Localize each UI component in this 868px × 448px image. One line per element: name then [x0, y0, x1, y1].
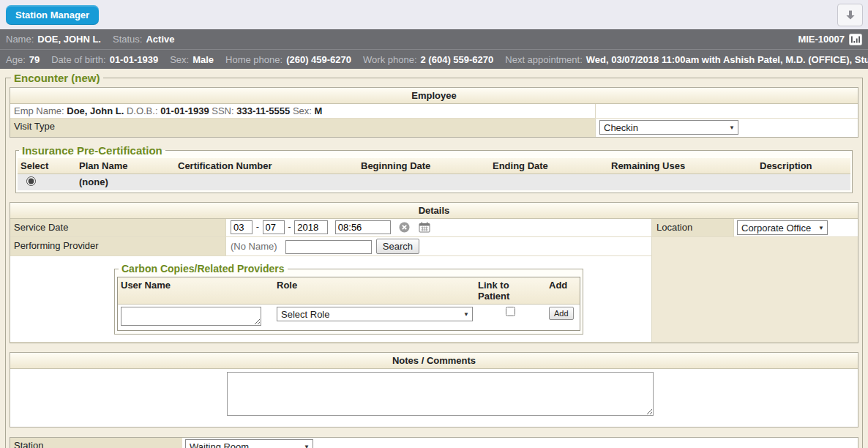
- dob-label: Date of birth:: [51, 54, 105, 65]
- app-top-bar: Station Manager: [0, 0, 868, 29]
- emp-dob-label: D.O.B.:: [127, 105, 158, 116]
- circle-x-icon: [399, 222, 410, 233]
- service-time-input[interactable]: [335, 220, 391, 234]
- employee-info-row: Emp Name: Doe, John L. D.O.B.: 01-01-193…: [10, 104, 858, 118]
- col-remaining-uses: Remaining Uses: [608, 158, 757, 174]
- visit-type-value: Checkin: [604, 122, 638, 133]
- col-description: Description: [757, 158, 850, 174]
- work-phone-label: Work phone:: [363, 54, 416, 65]
- chevron-down-icon: ▼: [463, 311, 469, 318]
- precert-none-radio[interactable]: [26, 176, 36, 186]
- carbon-copies-section: Carbon Copies/Related Providers User Nam…: [114, 263, 583, 335]
- cc-role-value: Select Role: [281, 309, 329, 320]
- visit-type-select[interactable]: Checkin ▼: [599, 120, 738, 135]
- chevron-down-icon: ▼: [304, 444, 310, 448]
- notes-body: [10, 369, 858, 427]
- emp-ssn-label: SSN:: [212, 105, 233, 116]
- col-user-name: User Name: [118, 277, 274, 305]
- location-label: Location: [652, 219, 734, 237]
- download-button[interactable]: [837, 4, 863, 26]
- download-icon: [844, 9, 857, 22]
- col-add: Add: [546, 277, 580, 305]
- insurance-table-header: Select Plan Name Certification Number Be…: [18, 158, 850, 174]
- next-appt-label: Next appointment:: [505, 54, 583, 65]
- employee-table: Employee Emp Name: Doe, John L. D.O.B.: …: [10, 87, 858, 138]
- carbon-copies-header-row: User Name Role Link to Patient Add: [118, 277, 580, 305]
- emp-sex-label: Sex:: [293, 105, 312, 116]
- carbon-copies-cell: Carbon Copies/Related Providers User Nam…: [10, 256, 652, 343]
- performing-provider-cell: (No Name) Search: [226, 237, 652, 256]
- service-date-day-input[interactable]: [263, 220, 285, 234]
- demographics-bar: Age: 79 Date of birth: 01-01-1939 Sex: M…: [0, 49, 868, 69]
- cc-role-select[interactable]: Select Role ▼: [277, 307, 473, 321]
- service-date-year-input[interactable]: [294, 220, 328, 234]
- col-cert-number: Certification Number: [175, 158, 358, 174]
- col-beginning-date: Beginning Date: [358, 158, 490, 174]
- clear-date-button[interactable]: [399, 222, 410, 233]
- insurance-table-row: (none): [18, 174, 850, 190]
- sex-label: Sex:: [170, 54, 189, 65]
- sex-value: Male: [192, 54, 214, 65]
- station-table: Station Waiting Room ▼: [10, 437, 858, 448]
- location-select[interactable]: Corporate Office ▼: [737, 220, 828, 235]
- col-plan-name: Plan Name: [76, 158, 175, 174]
- home-phone-value: (260) 459-6270: [286, 54, 351, 65]
- encounter-legend: Encounter (new): [11, 72, 103, 84]
- station-value: Waiting Room: [190, 441, 249, 448]
- insurance-table: Select Plan Name Certification Number Be…: [18, 158, 850, 190]
- service-date-cell: - -: [226, 219, 652, 237]
- notes-textarea[interactable]: [227, 372, 654, 416]
- emp-sex-value: M: [315, 105, 323, 116]
- encounter-section: Encounter (new) Employee Emp Name: Doe, …: [5, 72, 863, 448]
- col-link-to-patient: Link to Patient: [475, 277, 546, 305]
- station-row: Station Waiting Room ▼: [10, 438, 858, 448]
- emp-ssn-value: 333-11-5555: [236, 105, 290, 116]
- location-value: Corporate Office: [741, 223, 811, 234]
- station-select[interactable]: Waiting Room ▼: [185, 439, 313, 448]
- patient-name: DOE, JOHN L.: [37, 34, 101, 45]
- service-date-month-input[interactable]: [231, 220, 252, 234]
- link-to-patient-checkbox[interactable]: [506, 307, 515, 316]
- performing-provider-label: Performing Provider: [10, 237, 226, 256]
- work-phone-value: 2 (604) 559-6270: [421, 54, 494, 65]
- notes-header: Notes / Comments: [10, 353, 858, 369]
- home-phone-label: Home phone:: [225, 54, 283, 65]
- details-table: Details Service Date - -: [10, 202, 858, 343]
- patient-id: MIE-10007: [798, 34, 845, 45]
- col-ending-date: Ending Date: [490, 158, 608, 174]
- chevron-down-icon: ▼: [818, 225, 824, 231]
- employee-info-right-cell: [596, 104, 858, 118]
- cc-user-name-input[interactable]: [121, 307, 261, 326]
- calendar-picker-button[interactable]: [419, 222, 430, 233]
- insurance-precert-section: Insurance Pre-Certification Select Plan …: [15, 144, 853, 193]
- cc-add-button[interactable]: Add: [549, 307, 574, 320]
- notes-table: Notes / Comments: [10, 352, 858, 428]
- provider-search-input[interactable]: [285, 240, 372, 254]
- chevron-down-icon: ▼: [729, 124, 735, 131]
- station-manager-button[interactable]: Station Manager: [6, 5, 99, 25]
- employee-header: Employee: [10, 88, 858, 104]
- visit-type-row: Visit Type Checkin ▼: [10, 118, 858, 137]
- emp-dob-value: 01-01-1939: [160, 105, 209, 116]
- provider-name-text: (No Name): [231, 241, 277, 252]
- carbon-copies-table: User Name Role Link to Patient Add Selec…: [117, 277, 580, 331]
- plan-name-value: (none): [76, 174, 175, 190]
- station-label: Station: [10, 438, 182, 448]
- col-role: Role: [274, 277, 475, 305]
- date-separator: -: [288, 221, 291, 232]
- status-label: Status:: [113, 34, 142, 45]
- col-select: Select: [18, 158, 76, 174]
- service-date-label: Service Date: [10, 219, 226, 237]
- name-label: Name:: [6, 34, 34, 45]
- details-right-filler: [652, 237, 858, 343]
- age-label: Age:: [6, 54, 26, 65]
- details-grid: Service Date - -: [10, 219, 858, 343]
- details-header: Details: [10, 203, 858, 219]
- date-separator: -: [256, 221, 259, 232]
- bar-chart-icon[interactable]: [849, 34, 862, 45]
- provider-search-button[interactable]: Search: [376, 239, 419, 254]
- insurance-precert-legend: Insurance Pre-Certification: [19, 144, 165, 157]
- next-appt-value: Wed, 03/07/2018 11:00am with Ashish Pate…: [586, 54, 868, 65]
- carbon-copies-input-row: Select Role ▼ Add: [118, 305, 580, 330]
- patient-status: Active: [146, 34, 174, 45]
